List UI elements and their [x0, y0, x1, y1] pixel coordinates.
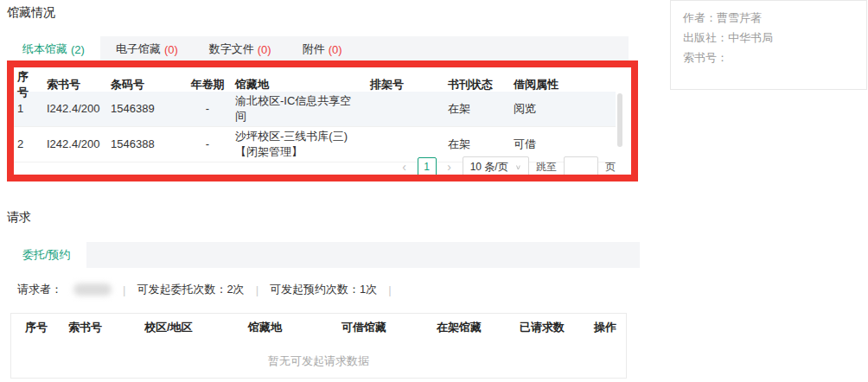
column-header: 序号 — [14, 67, 43, 102]
cell-call-number: I242.4/200 — [43, 135, 107, 154]
page-unit-label: 页 — [605, 160, 616, 175]
prev-page-icon[interactable]: ‹ — [399, 160, 411, 174]
column-header: 可借馆藏 — [329, 320, 424, 335]
book-info-panel: 作者：曹雪芹著 出版社：中华书局 索书号： — [670, 0, 867, 90]
column-header: 索书号 — [43, 75, 107, 94]
column-header: 排架号 — [367, 75, 444, 94]
page-jump-input[interactable] — [564, 156, 598, 177]
page-number-button[interactable]: 1 — [418, 157, 437, 176]
jump-to-label: 跳至 — [536, 160, 557, 175]
book-publisher-line: 出版社：中华书局 — [683, 28, 854, 48]
cell-barcode: 1546389 — [107, 99, 185, 118]
cell-status: 在架 — [444, 135, 510, 154]
book-callno-line: 索书号： — [683, 48, 854, 67]
holdings-table-header: 序号 索书号 条码号 年卷期 馆藏地 排架号 书刊状态 借阅属性 — [14, 67, 616, 92]
cell-location: 渝北校区-IC信息共享空间 — [232, 92, 367, 126]
chevron-down-icon: ∨ — [515, 163, 521, 171]
column-header: 馆藏地 — [236, 320, 329, 335]
requester-label: 请求者： — [17, 282, 62, 297]
next-page-icon[interactable]: › — [444, 160, 456, 174]
page-size-value: 10 条/页 — [470, 160, 508, 175]
column-header: 索书号 — [56, 320, 132, 335]
cell-loan-attr: 可借 — [510, 135, 616, 154]
tab-digital-files[interactable]: 数字文件 (0) — [194, 36, 287, 62]
tab-electronic-holdings[interactable]: 电子馆藏 (0) — [100, 36, 194, 62]
cell-seq: 2 — [14, 135, 43, 154]
separator: | — [388, 283, 391, 296]
empty-state-text: 暂无可发起请求数据 — [11, 341, 626, 369]
cell-status: 在架 — [444, 99, 510, 118]
holdings-table: 序号 索书号 条码号 年卷期 馆藏地 排架号 书刊状态 借阅属性 1 I242.… — [14, 67, 616, 162]
collection-tabbar: 纸本馆藏 (2) 电子馆藏 (0) 数字文件 (0) 附件 (0) — [7, 36, 629, 62]
request-table: 序号 索书号 校区/地区 馆藏地 可借馆藏 在架馆藏 已请求数 操作 暂无可发起… — [10, 313, 627, 379]
cell-shelf — [367, 107, 444, 111]
column-header: 年卷期 — [185, 75, 232, 94]
request-section-title: 请求 — [7, 210, 31, 226]
cell-shelf — [367, 143, 444, 146]
request-tabbar: 委托/预约 — [7, 242, 640, 268]
collection-section-title: 馆藏情况 — [7, 5, 55, 21]
tab-count: (0) — [258, 43, 271, 56]
table-row[interactable]: 1 I242.4/200 1546389 - 渝北校区-IC信息共享空间 在架 … — [14, 92, 616, 127]
separator: | — [256, 283, 258, 296]
cell-volume: - — [185, 99, 232, 118]
reserve-count-label: 可发起预约次数： — [270, 282, 360, 297]
cell-seq: 1 — [14, 99, 43, 118]
request-info-line: 请求者： | 可发起委托次数： 2次 | 可发起预约次数： 1次 | — [17, 282, 392, 297]
delegate-count-value: 2次 — [227, 282, 244, 297]
column-header: 借阅属性 — [510, 75, 616, 94]
column-header: 已请求数 — [507, 320, 582, 335]
library-holdings-page: 馆藏情况 纸本馆藏 (2) 电子馆藏 (0) 数字文件 (0) 附件 (0) 序… — [0, 0, 868, 382]
tab-label: 数字文件 — [209, 41, 254, 57]
cell-barcode: 1546388 — [107, 135, 185, 154]
tab-delegate-reserve[interactable]: 委托/预约 — [7, 242, 86, 268]
requester-name-redacted — [73, 283, 112, 296]
cell-call-number: I242.4/200 — [43, 99, 107, 118]
reserve-count-value: 1次 — [360, 282, 377, 297]
tab-count: (2) — [71, 43, 85, 56]
book-author-line: 作者：曹雪芹著 — [683, 8, 854, 28]
pagination: ‹ 1 › 10 条/页 ∨ 跳至 页 — [14, 156, 616, 177]
column-header: 序号 — [11, 320, 56, 335]
tab-label: 电子馆藏 — [116, 41, 161, 57]
tab-attachments[interactable]: 附件 (0) — [287, 36, 358, 62]
tab-label: 纸本馆藏 — [22, 41, 67, 57]
column-header: 校区/地区 — [132, 320, 236, 335]
tab-label: 附件 — [303, 41, 325, 57]
tab-count: (0) — [329, 43, 342, 56]
separator: | — [123, 283, 125, 296]
tab-label: 委托/预约 — [22, 247, 71, 263]
column-header: 条码号 — [107, 75, 185, 94]
cell-loan-attr: 阅览 — [510, 99, 616, 118]
table-scrollbar-thumb[interactable] — [617, 93, 622, 147]
request-table-header: 序号 索书号 校区/地区 馆藏地 可借馆藏 在架馆藏 已请求数 操作 — [11, 314, 626, 341]
column-header: 书刊状态 — [444, 75, 510, 94]
tab-paper-holdings[interactable]: 纸本馆藏 (2) — [7, 36, 100, 62]
column-header: 在架馆藏 — [424, 320, 507, 335]
tab-count: (0) — [164, 43, 178, 56]
delegate-count-label: 可发起委托次数： — [137, 282, 227, 297]
column-header: 操作 — [582, 320, 626, 335]
page-size-select[interactable]: 10 条/页 ∨ — [463, 156, 529, 177]
cell-volume: - — [185, 135, 232, 154]
